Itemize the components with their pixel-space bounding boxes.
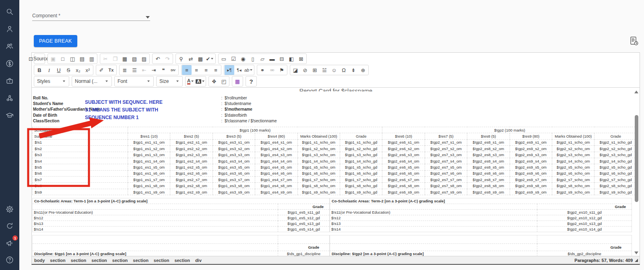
horizontal-rule-button[interactable]: ☱: [320, 65, 329, 75]
special-character-button[interactable]: Ω: [339, 65, 349, 75]
sidebar-item-academics[interactable]: [4, 110, 15, 121]
sidebar-item-help[interactable]: [4, 255, 15, 265]
path-item-div[interactable]: div: [195, 258, 202, 263]
spell-check-button[interactable]: ✔: [205, 54, 215, 64]
path-item-section[interactable]: section: [71, 258, 87, 263]
resize-grip[interactable]: [635, 259, 638, 262]
grade-cell: $!gp2_es10_s13_gd: [537, 221, 632, 227]
copy-button[interactable]: ❐: [110, 54, 120, 64]
templates-button[interactable]: ▥: [87, 54, 97, 64]
path-item-section[interactable]: section: [133, 258, 149, 263]
grid-plugin-button[interactable]: ▦: [233, 76, 242, 86]
path-item-section[interactable]: section: [112, 258, 128, 263]
text-color-button[interactable]: A: [186, 76, 196, 86]
format-combo[interactable]: Normal (...: [72, 76, 111, 86]
anchor-button[interactable]: ⚑: [277, 65, 287, 75]
italic-button[interactable]: I: [44, 65, 54, 75]
div-container-button[interactable]: DIV: [168, 65, 178, 75]
sidebar-item-fees[interactable]: [4, 58, 15, 69]
bold-button[interactable]: B: [35, 65, 44, 75]
document-history-icon[interactable]: [630, 36, 639, 48]
insert-page-break-button[interactable]: ⇟: [349, 65, 358, 75]
flash-button[interactable]: ⊘: [300, 65, 310, 75]
new-page-button[interactable]: □: [58, 54, 68, 64]
source-button[interactable]: ⊡Source: [35, 54, 44, 64]
form-button[interactable]: ▭: [219, 54, 229, 64]
justify-button[interactable]: ≡: [211, 65, 221, 75]
button-field-button[interactable]: ⊟: [277, 54, 287, 64]
textarea-button[interactable]: ▱: [258, 54, 267, 64]
page-break-button[interactable]: PAGE BREAK: [34, 35, 77, 47]
font-combo[interactable]: Font: [115, 76, 153, 86]
select-all-button[interactable]: ▩: [196, 54, 205, 64]
copy-formatting-button[interactable]: ✐: [97, 65, 106, 75]
select-field-button[interactable]: ▬: [267, 54, 277, 64]
maximize-button[interactable]: ✥: [209, 76, 219, 86]
path-item-section[interactable]: section: [154, 258, 169, 263]
editor-content[interactable]: Report Card for $classname Roll No.:$!ro…: [32, 88, 640, 256]
subscript-button[interactable]: x₂: [73, 65, 83, 75]
sidebar-item-announcements[interactable]: 1: [4, 238, 15, 248]
align-left-icon: ≡: [185, 68, 188, 73]
path-item-section[interactable]: section: [174, 258, 190, 263]
path-item-section[interactable]: section: [91, 258, 107, 263]
size-combo[interactable]: Size: [157, 76, 182, 86]
strikethrough-button[interactable]: S: [64, 65, 73, 75]
scroll-up-icon[interactable]: [634, 91, 638, 93]
align-center-button[interactable]: ≡: [192, 65, 201, 75]
smiley-button[interactable]: ☺: [329, 65, 339, 75]
path-item-section[interactable]: section: [50, 258, 66, 263]
replace-button[interactable]: ⇄: [186, 54, 196, 64]
sidebar-item-person[interactable]: [4, 24, 15, 34]
undo-button[interactable]: ↶: [153, 54, 163, 64]
path-item-body[interactable]: body: [34, 258, 45, 263]
iframe-button[interactable]: ⊕: [358, 65, 368, 75]
align-left-button[interactable]: ≡: [182, 65, 192, 75]
paste-plain-text-button[interactable]: ▧: [130, 54, 139, 64]
preview-button[interactable]: ◫: [68, 54, 77, 64]
content-scrollbar[interactable]: [634, 88, 640, 256]
numbered-list-button[interactable]: ≣: [120, 65, 130, 75]
about-button[interactable]: ?: [246, 76, 256, 86]
decrease-indent-button[interactable]: ⇤: [139, 65, 149, 75]
align-right-button[interactable]: ≡: [201, 65, 211, 75]
hidden-field-button[interactable]: ⊠: [296, 54, 306, 64]
sidebar-item-settings[interactable]: [4, 204, 15, 214]
paste-button[interactable]: ▦: [120, 54, 130, 64]
cut-button[interactable]: ✂: [101, 54, 110, 64]
sidebar-item-sync[interactable]: [4, 221, 15, 231]
table-button[interactable]: ⊞: [310, 65, 320, 75]
sidebar-item-organization[interactable]: [4, 76, 15, 86]
bidi-rtl-button[interactable]: ¶◂: [234, 65, 244, 75]
language-button[interactable]: ab: [244, 65, 254, 75]
paste-from-word-button[interactable]: ▨: [139, 54, 149, 64]
sidebar-item-search[interactable]: [4, 6, 15, 17]
find-button[interactable]: ⚲: [176, 54, 186, 64]
bulleted-list-button[interactable]: ☰: [130, 65, 139, 75]
superscript-button[interactable]: x²: [83, 65, 93, 75]
unlink-button[interactable]: ⚮: [267, 65, 277, 75]
blockquote-button[interactable]: ❝: [159, 65, 168, 75]
styles-combo[interactable]: Styles: [35, 76, 68, 86]
radio-button[interactable]: ◉: [238, 54, 248, 64]
print-button[interactable]: ▤: [77, 54, 87, 64]
text-field-button[interactable]: ▯: [248, 54, 258, 64]
bidi-ltr-button[interactable]: ▸¶: [225, 65, 234, 75]
increase-indent-button[interactable]: ⇥: [149, 65, 159, 75]
background-color-button[interactable]: A: [196, 76, 205, 86]
chevron-down-icon[interactable]: [146, 16, 150, 19]
scroll-down-icon[interactable]: [634, 251, 638, 254]
scrollbar-thumb[interactable]: [635, 115, 638, 202]
show-blocks-button[interactable]: ◰: [219, 76, 229, 86]
remove-format-button[interactable]: Tx: [106, 65, 116, 75]
checkbox-button[interactable]: ☑: [229, 54, 238, 64]
sidebar-item-network[interactable]: [4, 93, 15, 103]
image-button-button[interactable]: ◧: [287, 54, 296, 64]
image-button[interactable]: ◪: [291, 65, 300, 75]
link-button[interactable]: ⚭: [258, 65, 267, 75]
underline-button[interactable]: U: [54, 65, 64, 75]
save-button[interactable]: ▣: [48, 54, 58, 64]
sidebar-item-people[interactable]: [4, 41, 15, 52]
redo-button[interactable]: ↷: [163, 54, 172, 64]
component-select[interactable]: [32, 21, 150, 21]
